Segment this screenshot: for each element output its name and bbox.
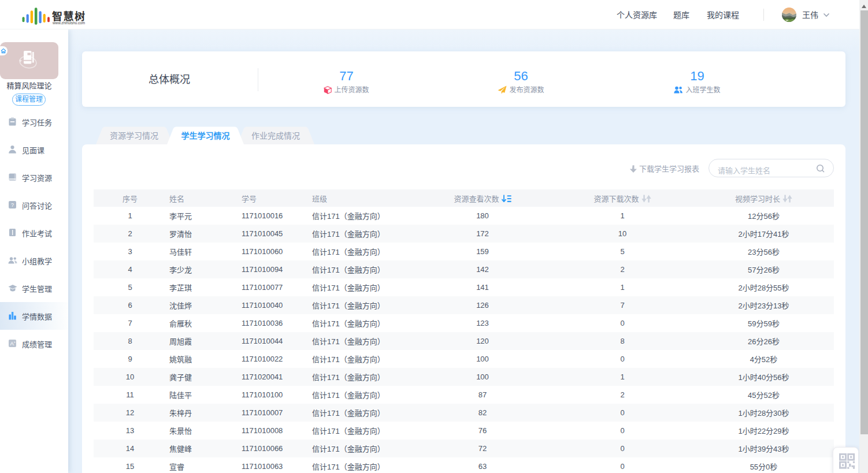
svg-text:?: ? bbox=[11, 202, 14, 208]
svg-text:+: + bbox=[14, 340, 16, 344]
